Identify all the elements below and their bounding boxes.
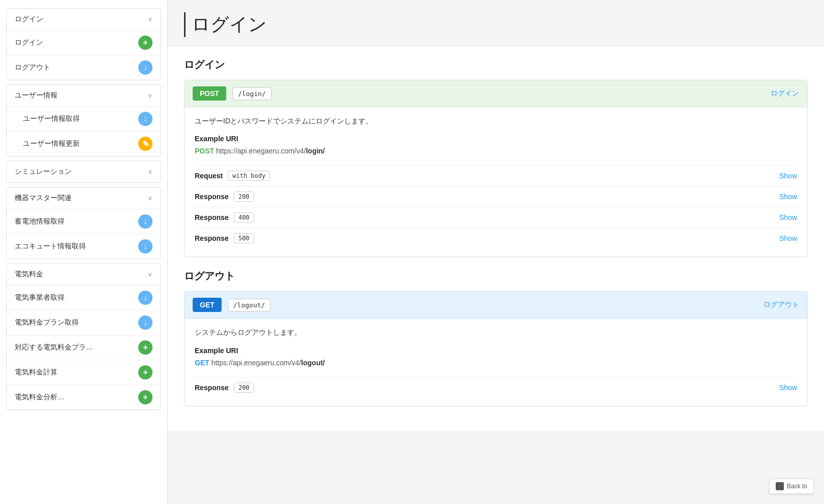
sidebar: ログイン∨ログイン+ログアウト↓ユーザー情報∨ユーザー情報取得↓ユーザー情報更新… [0,0,168,504]
row-show-link[interactable]: Show [779,172,797,180]
sidebar-section-header-device-master-section[interactable]: 機器マスター関連∨ [7,187,161,209]
row-label: Response [195,193,229,201]
row-label: Response [195,213,229,222]
sidebar-item-label: ログイン [15,38,43,47]
sidebar-item-icon-btn[interactable]: ↓ [138,291,152,305]
sidebar-section-login-section: ログイン∨ログイン+ログアウト↓ [6,8,161,80]
endpoint-block-login-api: POST/login/ログインユーザーIDとパスワードでシステムにログインします… [184,80,808,257]
sidebar-section-header-login-section[interactable]: ログイン∨ [7,9,161,30]
page-title-area: ログイン [168,0,824,46]
sidebar-item-battery-info-item[interactable]: 蓄電池情報取得↓ [7,209,161,234]
row-label: Response [195,234,229,242]
endpoint-row-1: Response200Show [195,186,797,207]
endpoint-body: システムからログアウトします。Example URIGET https://ap… [185,319,807,405]
example-uri-bold: login/ [306,147,325,155]
sidebar-section-device-master-section: 機器マスター関連∨蓄電池情報取得↓エコキュート情報取得↓ [6,187,161,259]
example-uri-label: Example URI [195,346,797,355]
sidebar-section-user-info-section: ユーザー情報∨ユーザー情報取得↓ユーザー情報更新✎ [6,84,161,156]
sidebar-item-icon-btn[interactable]: ↓ [138,112,152,126]
page-title: ログイン [184,12,808,37]
endpoint-row-2: Response400Show [195,207,797,228]
row-show-link[interactable]: Show [779,213,797,222]
row-badge: 500 [234,233,254,243]
sidebar-item-label: 電気料金プラン取得 [15,318,79,327]
sidebar-section-label: 電気料金 [15,270,43,279]
content-area: ログインPOST/login/ログインユーザーIDとパスワードでシステムにログイ… [168,46,824,431]
api-section-logout-api: ログアウトGET/logout/ログアウトシステムからログアウトします。Exam… [184,269,808,406]
row-item-left: Response400 [195,212,254,223]
sidebar-item-electricity-analysis-item[interactable]: 電気料金分析…+ [7,385,161,410]
sidebar-item-logout-item[interactable]: ログアウト↓ [7,55,161,80]
chevron-down-icon: ∨ [148,92,152,99]
sidebar-section-label: シミュレーション [15,167,72,176]
sidebar-item-icon-btn[interactable]: ↓ [138,239,152,254]
sidebar-item-user-update-item[interactable]: ユーザー情報更新✎ [7,131,161,156]
sidebar-item-electricity-calc-item[interactable]: 電気料金計算+ [7,360,161,385]
endpoint-name: ログアウト [764,300,799,309]
row-show-link[interactable]: Show [779,384,797,392]
row-item-left: Response500 [195,233,254,243]
row-badge: 200 [234,383,254,393]
chevron-down-icon: ∨ [148,16,152,23]
row-item-left: Requestwith body [195,171,270,181]
sidebar-section-electricity-price-section: 電気料金∨電気事業者取得↓電気料金プラン取得↓対応する電気料金プラ…+電気料金計… [6,263,161,410]
chevron-down-icon: ∨ [148,195,152,202]
example-method-text: POST [195,147,216,155]
sidebar-item-label: 対応する電気料金プラ… [15,343,93,352]
row-show-link[interactable]: Show [779,193,797,201]
sidebar-item-icon-btn[interactable]: ↓ [138,214,152,229]
sidebar-item-ecocute-info-item[interactable]: エコキュート情報取得↓ [7,234,161,259]
sidebar-item-electricity-provider-item[interactable]: 電気事業者取得↓ [7,285,161,310]
example-uri-value: GET https://api.enegaeru.com/v4/logout/ [195,359,797,367]
back-to-top-button[interactable]: Back to [769,479,814,494]
endpoint-row-0: Response200Show [195,377,797,398]
endpoint-row-3: Response500Show [195,228,797,248]
example-uri-value: POST https://api.enegaeru.com/v4/login/ [195,147,797,155]
row-label: Response [195,384,229,392]
sidebar-item-icon-btn[interactable]: + [138,36,152,50]
sidebar-section-label: ユーザー情報 [15,91,57,100]
endpoint-body: ユーザーIDとパスワードでシステムにログインします。Example URIPOS… [185,107,807,257]
row-item-left: Response200 [195,192,254,202]
sidebar-item-icon-btn[interactable]: + [138,365,152,380]
section-title: ログアウト [184,269,808,283]
sidebar-item-label: ユーザー情報取得 [15,114,80,123]
example-method-text: GET [195,359,211,367]
sidebar-item-label: 電気事業者取得 [15,293,65,302]
sidebar-item-login-item[interactable]: ログイン+ [7,30,161,55]
example-uri-label: Example URI [195,135,797,143]
chevron-down-icon: ∨ [148,271,152,278]
endpoint-path: /logout/ [228,299,271,311]
sidebar-item-label: エコキュート情報取得 [15,242,86,251]
sidebar-section-header-user-info-section[interactable]: ユーザー情報∨ [7,85,161,106]
endpoint-description: ユーザーIDとパスワードでシステムにログインします。 [195,115,797,127]
sidebar-item-label: 蓄電池情報取得 [15,217,65,226]
sidebar-item-icon-btn[interactable]: ↓ [138,60,152,75]
endpoint-description: システムからログアウトします。 [195,327,797,338]
sidebar-section-header-electricity-price-section[interactable]: 電気料金∨ [7,264,161,285]
row-badge: 400 [234,212,254,223]
endpoint-header-left: POST/login/ [193,86,271,101]
sidebar-item-label: ユーザー情報更新 [15,139,80,148]
sidebar-item-icon-btn[interactable]: ↓ [138,316,152,330]
endpoint-header-left: GET/logout/ [193,298,270,312]
endpoint-header[interactable]: POST/login/ログイン [185,80,807,107]
sidebar-item-icon-btn[interactable]: + [138,390,152,404]
back-to-top-icon [776,482,784,490]
endpoint-header[interactable]: GET/logout/ログアウト [185,292,807,319]
sidebar-section-label: 機器マスター関連 [15,194,72,203]
endpoint-path: /login/ [232,87,271,100]
sidebar-item-electricity-plan-support-item[interactable]: 対応する電気料金プラ…+ [7,335,161,360]
sidebar-item-user-get-item[interactable]: ユーザー情報取得↓ [7,106,161,131]
back-to-top-label: Back to [787,483,807,490]
api-section-login-api: ログインPOST/login/ログインユーザーIDとパスワードでシステムにログイ… [184,58,808,257]
sidebar-item-label: 電気料金計算 [15,368,57,377]
method-badge-get: GET [193,298,222,312]
sidebar-item-electricity-plan-item[interactable]: 電気料金プラン取得↓ [7,310,161,335]
row-show-link[interactable]: Show [779,234,797,242]
row-label: Request [195,172,223,180]
sidebar-section-header-simulation-section[interactable]: シミュレーション∨ [7,161,161,182]
endpoint-name: ログイン [771,89,799,98]
sidebar-item-icon-btn[interactable]: ✎ [138,137,152,151]
sidebar-item-icon-btn[interactable]: + [138,340,152,355]
